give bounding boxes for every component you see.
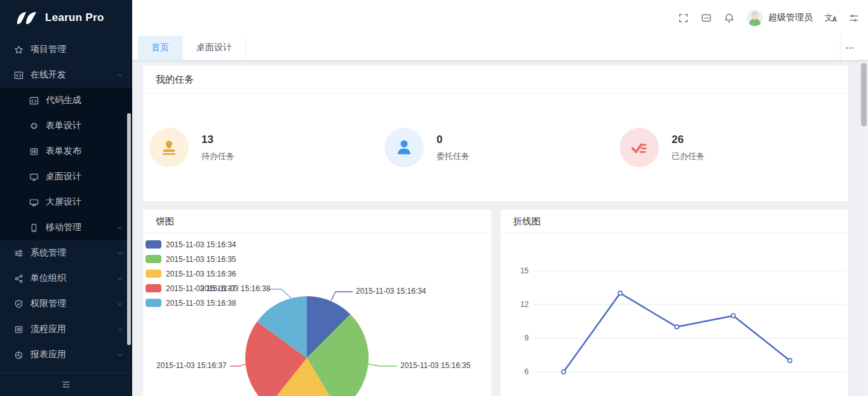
chevron-down-icon bbox=[116, 275, 123, 282]
chevron-down-icon bbox=[116, 224, 123, 231]
code-window-icon bbox=[14, 71, 24, 80]
y-axis-tick: 6 bbox=[524, 367, 529, 376]
check-list-icon bbox=[628, 137, 650, 158]
sidebar-item-6[interactable]: 大屏设计 bbox=[0, 189, 132, 215]
sidebar-item-3[interactable]: 表单设计 bbox=[0, 113, 132, 139]
chevron-up-icon bbox=[116, 72, 123, 79]
app-title: Learun Pro bbox=[45, 11, 104, 24]
sidebar-item-label: 表单设计 bbox=[46, 120, 81, 132]
sidebar-item-8[interactable]: 系统管理 bbox=[0, 240, 132, 266]
more-icon bbox=[845, 43, 855, 53]
pie-legend: 2015-11-03 15:16:342015-11-03 15:16:3520… bbox=[146, 237, 236, 310]
shield-check-icon bbox=[14, 299, 24, 309]
chevron-down-icon bbox=[116, 250, 123, 257]
sidebar-item-label: 权限管理 bbox=[31, 298, 66, 310]
pie-slice-label: 2015-11-03 15:16:37 bbox=[156, 361, 227, 370]
stat-card-0: 13待办任务 bbox=[143, 128, 378, 167]
main-area: 超级管理员 文A 首页桌面设计 我的任务 13待办任务0委托任务26已办任务 饼… bbox=[132, 0, 868, 396]
user-name[interactable]: 超级管理员 bbox=[768, 12, 813, 24]
legend-item-2[interactable]: 2015-11-03 15:16:36 bbox=[146, 266, 236, 281]
sidebar: Learun Pro 项目管理在线开发代码生成表单设计表单发布桌面设计大屏设计移… bbox=[0, 0, 132, 396]
logo-icon bbox=[16, 11, 37, 25]
user-icon bbox=[393, 137, 415, 158]
legend-item-0[interactable]: 2015-11-03 15:16:34 bbox=[146, 237, 236, 252]
legend-item-1[interactable]: 2015-11-03 15:16:35 bbox=[146, 252, 236, 266]
pie-chart-title: 饼图 bbox=[143, 210, 491, 233]
legend-swatch bbox=[146, 299, 161, 307]
sidebar-item-4[interactable]: 表单发布 bbox=[0, 139, 132, 164]
sidebar-item-5[interactable]: 桌面设计 bbox=[0, 164, 132, 189]
fullscreen-icon bbox=[678, 13, 689, 24]
form-doc-icon bbox=[14, 325, 24, 334]
stat-value: 26 bbox=[672, 133, 705, 146]
chev-down-icon bbox=[116, 224, 123, 231]
star-icon bbox=[14, 45, 24, 55]
charts-row: 饼图 2015-11-03 15:16:342015-11-03 15:16:3… bbox=[143, 210, 848, 396]
sidebar-item-label: 单位组织 bbox=[31, 273, 66, 284]
collapse-icon bbox=[61, 379, 71, 390]
legend-item-4[interactable]: 2015-11-03 15:16:38 bbox=[146, 296, 236, 310]
preferences-icon[interactable] bbox=[848, 13, 859, 24]
chevron-down-icon bbox=[116, 352, 123, 358]
chev-down-icon bbox=[116, 326, 123, 333]
line-data-point[interactable] bbox=[731, 314, 735, 318]
big-screen-icon bbox=[29, 198, 39, 207]
stat-label: 待办任务 bbox=[201, 151, 234, 162]
sidebar-item-label: 代码生成 bbox=[46, 95, 81, 106]
fullscreen-icon[interactable] bbox=[678, 13, 689, 24]
line-chart-panel: 折线图 151296 bbox=[501, 210, 849, 396]
tabs-more-button[interactable] bbox=[840, 36, 859, 60]
stat-label: 已办任务 bbox=[672, 151, 705, 162]
share-icon bbox=[14, 274, 24, 283]
legend-swatch bbox=[146, 240, 161, 249]
sidebar-item-1[interactable]: 在线开发 bbox=[0, 62, 132, 88]
preferences-icon bbox=[848, 13, 859, 24]
sidebar-menu: 项目管理在线开发代码生成表单设计表单发布桌面设计大屏设计移动管理系统管理单位组织… bbox=[0, 36, 132, 367]
user-menu[interactable]: 超级管理员 bbox=[747, 10, 813, 26]
my-tasks-panel: 我的任务 13待办任务0委托任务26已办任务 bbox=[143, 65, 848, 201]
y-axis-tick: 12 bbox=[520, 300, 529, 309]
stat-value: 13 bbox=[201, 133, 234, 146]
legend-label: 2015-11-03 15:16:36 bbox=[166, 270, 236, 278]
translate-icon[interactable]: 文A bbox=[825, 12, 836, 24]
topbar: 超级管理员 文A bbox=[132, 0, 868, 36]
chev-down-icon bbox=[116, 301, 123, 308]
message-icon[interactable] bbox=[701, 13, 712, 24]
sidebar-item-label: 桌面设计 bbox=[46, 171, 81, 182]
sidebar-item-11[interactable]: 流程应用 bbox=[0, 317, 132, 342]
tab-bar: 首页桌面设计 bbox=[132, 36, 868, 60]
my-tasks-title: 我的任务 bbox=[143, 65, 848, 93]
line-data-point[interactable] bbox=[674, 325, 678, 329]
sidebar-collapse-button[interactable] bbox=[0, 372, 132, 396]
chevron-down-icon bbox=[116, 326, 123, 333]
stat-label: 委托任务 bbox=[437, 151, 470, 162]
line-data-point[interactable] bbox=[561, 370, 565, 374]
page-scrollbar-thumb[interactable] bbox=[861, 63, 867, 126]
stat-value: 0 bbox=[437, 133, 470, 146]
tab-1[interactable]: 桌面设计 bbox=[183, 36, 246, 60]
sidebar-item-9[interactable]: 单位组织 bbox=[0, 266, 132, 291]
user-icon-circle bbox=[384, 128, 424, 167]
sidebar-item-10[interactable]: 权限管理 bbox=[0, 291, 132, 317]
line-chart-title: 折线图 bbox=[501, 210, 849, 233]
bell-icon bbox=[724, 13, 735, 24]
page-scrollbar[interactable] bbox=[859, 61, 868, 396]
sidebar-item-12[interactable]: 报表应用 bbox=[0, 342, 132, 367]
pie-slice-label: 2015-11-03 15:16:38 bbox=[200, 284, 271, 293]
sidebar-scrollbar-thumb[interactable] bbox=[127, 113, 131, 345]
check-list-icon-circle bbox=[620, 128, 659, 167]
chev-down-icon bbox=[116, 275, 123, 282]
desktop-icon bbox=[29, 172, 39, 182]
sidebar-item-2[interactable]: 代码生成 bbox=[0, 88, 132, 113]
legend-swatch bbox=[146, 284, 161, 292]
bell-icon[interactable] bbox=[724, 13, 735, 24]
pie-callout-line bbox=[230, 364, 247, 366]
line-data-point[interactable] bbox=[618, 291, 621, 295]
legend-label: 2015-11-03 15:16:38 bbox=[166, 299, 236, 308]
line-data-point[interactable] bbox=[787, 358, 791, 362]
sidebar-item-7[interactable]: 移动管理 bbox=[0, 215, 132, 240]
sidebar-item-0[interactable]: 项目管理 bbox=[0, 37, 132, 62]
avatar[interactable] bbox=[747, 10, 763, 26]
tab-0[interactable]: 首页 bbox=[138, 36, 183, 60]
pie-callout-line bbox=[269, 289, 291, 298]
